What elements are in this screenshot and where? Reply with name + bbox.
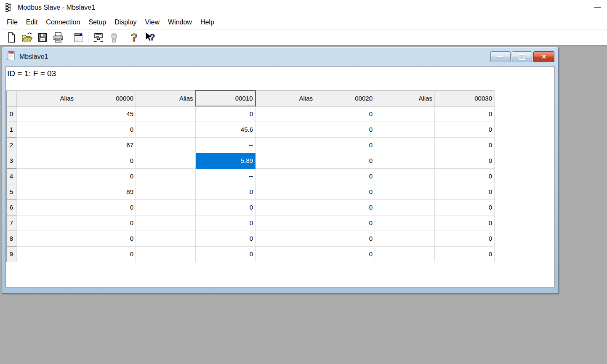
grid-cell[interactable]: 0: [435, 184, 495, 199]
grid-cell[interactable]: [256, 137, 315, 153]
grid-cell[interactable]: 0: [315, 106, 375, 122]
grid-cell[interactable]: 45: [76, 106, 136, 122]
grid-cell[interactable]: [136, 122, 196, 137]
menu-display[interactable]: Display: [110, 17, 141, 28]
column-header[interactable]: 00020: [315, 90, 375, 106]
child-close-button[interactable]: ✕: [533, 51, 554, 62]
grid-cell[interactable]: 0: [76, 231, 136, 246]
grid-cell[interactable]: [16, 231, 76, 246]
grid-cell[interactable]: 0: [76, 153, 136, 168]
grid-cell[interactable]: 0: [196, 246, 256, 262]
grid-cell[interactable]: [256, 184, 315, 199]
column-header[interactable]: 00030: [435, 90, 495, 106]
grid-cell[interactable]: [136, 137, 196, 153]
grid-cell[interactable]: [16, 122, 76, 137]
grid-cell[interactable]: [136, 106, 196, 122]
grid-cell[interactable]: [16, 153, 76, 168]
grid-cell[interactable]: 0: [315, 153, 375, 168]
grid-cell[interactable]: 0: [435, 231, 495, 246]
child-minimize-button[interactable]: [490, 51, 511, 62]
column-header[interactable]: 00010: [196, 90, 256, 106]
column-header[interactable]: Alias: [375, 90, 435, 106]
context-help-button[interactable]: ?: [142, 31, 157, 44]
grid-cell[interactable]: [375, 153, 435, 168]
grid-cell[interactable]: 0: [435, 137, 495, 153]
menu-view[interactable]: View: [141, 17, 164, 28]
grid-cell[interactable]: 0: [76, 122, 136, 137]
grid-cell[interactable]: [16, 246, 76, 262]
menu-setup[interactable]: Setup: [84, 17, 110, 28]
grid-cell[interactable]: [256, 246, 315, 262]
grid-cell[interactable]: --: [196, 168, 256, 184]
grid-cell[interactable]: [256, 215, 315, 231]
row-header[interactable]: 7: [7, 215, 16, 231]
grid-cell[interactable]: [16, 215, 76, 231]
column-header[interactable]: Alias: [256, 90, 315, 106]
row-header[interactable]: 5: [7, 184, 16, 199]
grid-cell[interactable]: 0: [196, 231, 256, 246]
grid-cell-selected[interactable]: 5.89: [196, 153, 256, 168]
grid-corner-cell[interactable]: [7, 90, 16, 106]
grid-cell[interactable]: [136, 246, 196, 262]
child-maximize-button[interactable]: [512, 51, 532, 62]
grid-cell[interactable]: 0: [315, 246, 375, 262]
grid-cell[interactable]: 0: [435, 153, 495, 168]
grid-cell[interactable]: [256, 199, 315, 215]
print-button[interactable]: [50, 31, 66, 44]
grid-cell[interactable]: 0: [435, 168, 495, 184]
grid-cell[interactable]: [256, 153, 315, 168]
grid-cell[interactable]: 0: [196, 106, 256, 122]
row-header[interactable]: 1: [7, 122, 16, 137]
grid-cell[interactable]: [375, 246, 435, 262]
grid-cell[interactable]: 0: [435, 246, 495, 262]
row-header[interactable]: 3: [7, 153, 16, 168]
grid-cell[interactable]: 0: [196, 184, 256, 199]
main-minimize-button[interactable]: [593, 3, 602, 12]
grid-cell[interactable]: 89: [76, 184, 136, 199]
grid-cell[interactable]: [136, 199, 196, 215]
open-button[interactable]: [19, 31, 35, 44]
grid-cell[interactable]: [136, 184, 196, 199]
grid-cell[interactable]: [16, 137, 76, 153]
row-header[interactable]: 9: [7, 246, 16, 262]
mbslave1-titlebar[interactable]: DOC1 Mbslave1 ✕: [2, 47, 558, 66]
grid-cell[interactable]: 45.6: [196, 122, 256, 137]
menu-file[interactable]: File: [3, 17, 22, 28]
row-header[interactable]: 0: [7, 106, 16, 122]
row-header[interactable]: 4: [7, 168, 16, 184]
grid-cell[interactable]: 0: [76, 199, 136, 215]
grid-cell[interactable]: [256, 106, 315, 122]
grid-cell[interactable]: [16, 199, 76, 215]
grid-cell[interactable]: 0: [76, 246, 136, 262]
communication-traffic-button[interactable]: [91, 31, 106, 44]
grid-cell[interactable]: 0: [435, 106, 495, 122]
grid-cell[interactable]: [256, 122, 315, 137]
grid-cell[interactable]: [375, 122, 435, 137]
grid-cell[interactable]: [16, 184, 76, 199]
menu-edit[interactable]: Edit: [22, 17, 42, 28]
grid-cell[interactable]: 0: [315, 199, 375, 215]
grid-cell[interactable]: [16, 168, 76, 184]
new-button[interactable]: [3, 31, 19, 44]
grid-cell[interactable]: [136, 168, 196, 184]
column-header[interactable]: 00000: [76, 90, 136, 106]
grid-cell[interactable]: 0: [315, 122, 375, 137]
grid-cell[interactable]: [256, 168, 315, 184]
grid-cell[interactable]: [136, 153, 196, 168]
row-header[interactable]: 6: [7, 199, 16, 215]
menu-help[interactable]: Help: [196, 17, 218, 28]
grid-cell[interactable]: 0: [315, 137, 375, 153]
display-definition-button[interactable]: [70, 31, 86, 44]
save-button[interactable]: [35, 31, 50, 44]
grid-cell[interactable]: 0: [435, 199, 495, 215]
menu-window[interactable]: Window: [164, 17, 196, 28]
grid-cell[interactable]: [136, 215, 196, 231]
grid-cell[interactable]: [375, 106, 435, 122]
grid-cell[interactable]: 67: [76, 137, 136, 153]
grid-cell[interactable]: [375, 231, 435, 246]
grid-cell[interactable]: 0: [315, 215, 375, 231]
grid-cell[interactable]: 0: [315, 184, 375, 199]
grid-cell[interactable]: 0: [435, 122, 495, 137]
grid-cell[interactable]: [375, 199, 435, 215]
grid-cell[interactable]: 0: [196, 215, 256, 231]
